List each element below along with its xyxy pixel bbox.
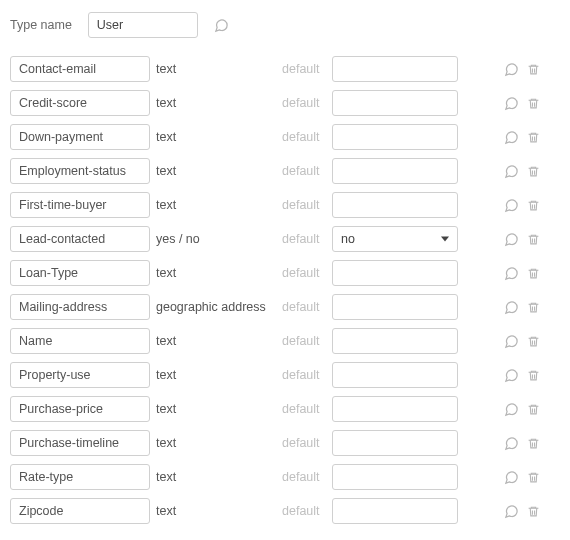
trash-icon[interactable] xyxy=(527,470,540,485)
field-row: First-time-buyertextdefault xyxy=(10,192,560,218)
field-name-input[interactable]: Zipcode xyxy=(10,498,150,524)
comment-icon[interactable] xyxy=(504,198,519,213)
default-value-input[interactable] xyxy=(332,430,458,456)
field-row: Purchase-pricetextdefault xyxy=(10,396,560,422)
trash-icon[interactable] xyxy=(527,266,540,281)
trash-icon[interactable] xyxy=(527,96,540,111)
comment-icon[interactable] xyxy=(504,436,519,451)
field-name-input[interactable]: Rate-type xyxy=(10,464,150,490)
trash-icon[interactable] xyxy=(527,402,540,417)
default-value-input[interactable] xyxy=(332,192,458,218)
field-row: Credit-scoretextdefault xyxy=(10,90,560,116)
default-value-select[interactable]: no xyxy=(332,226,458,252)
comment-icon[interactable] xyxy=(214,18,229,33)
field-type-label[interactable]: text xyxy=(156,266,276,280)
comment-icon[interactable] xyxy=(504,266,519,281)
trash-icon[interactable] xyxy=(527,130,540,145)
field-type-label[interactable]: text xyxy=(156,62,276,76)
field-type-label[interactable]: text xyxy=(156,368,276,382)
field-type-label[interactable]: text xyxy=(156,402,276,416)
default-value-input[interactable] xyxy=(332,56,458,82)
trash-icon[interactable] xyxy=(527,504,540,519)
field-row: Nametextdefault xyxy=(10,328,560,354)
field-type-label[interactable]: text xyxy=(156,334,276,348)
default-label: default xyxy=(282,198,326,212)
field-name-input[interactable]: Contact-email xyxy=(10,56,150,82)
field-actions xyxy=(464,198,560,213)
field-type-label[interactable]: text xyxy=(156,436,276,450)
field-actions xyxy=(464,62,560,77)
field-actions xyxy=(464,232,560,247)
comment-icon[interactable] xyxy=(504,62,519,77)
field-row: Down-paymenttextdefault xyxy=(10,124,560,150)
default-value-input[interactable] xyxy=(332,260,458,286)
field-type-label[interactable]: text xyxy=(156,504,276,518)
default-value-input[interactable] xyxy=(332,498,458,524)
trash-icon[interactable] xyxy=(527,198,540,213)
comment-icon[interactable] xyxy=(504,368,519,383)
field-type-label[interactable]: text xyxy=(156,198,276,212)
field-name-input[interactable]: Employment-status xyxy=(10,158,150,184)
trash-icon[interactable] xyxy=(527,436,540,451)
field-row: Property-usetextdefault xyxy=(10,362,560,388)
field-row: Zipcodetextdefault xyxy=(10,498,560,524)
default-label: default xyxy=(282,402,326,416)
comment-icon[interactable] xyxy=(504,96,519,111)
default-value-input[interactable] xyxy=(332,158,458,184)
field-name-input[interactable]: Mailing-address xyxy=(10,294,150,320)
field-actions xyxy=(464,164,560,179)
default-value-input[interactable] xyxy=(332,396,458,422)
comment-icon[interactable] xyxy=(504,470,519,485)
default-label: default xyxy=(282,436,326,450)
field-type-label[interactable]: text xyxy=(156,164,276,178)
comment-icon[interactable] xyxy=(504,402,519,417)
default-label: default xyxy=(282,504,326,518)
default-label: default xyxy=(282,130,326,144)
comment-icon[interactable] xyxy=(504,504,519,519)
field-row: Rate-typetextdefault xyxy=(10,464,560,490)
field-row: Mailing-addressgeographic addressdefault xyxy=(10,294,560,320)
type-name-label: Type name xyxy=(10,18,72,32)
field-actions xyxy=(464,368,560,383)
field-name-input[interactable]: Purchase-price xyxy=(10,396,150,422)
trash-icon[interactable] xyxy=(527,164,540,179)
default-label: default xyxy=(282,368,326,382)
type-name-input[interactable] xyxy=(88,12,198,38)
field-type-label[interactable]: text xyxy=(156,470,276,484)
field-type-label[interactable]: text xyxy=(156,130,276,144)
field-actions xyxy=(464,504,560,519)
comment-icon[interactable] xyxy=(504,232,519,247)
trash-icon[interactable] xyxy=(527,368,540,383)
field-name-input[interactable]: Credit-score xyxy=(10,90,150,116)
comment-icon[interactable] xyxy=(504,130,519,145)
trash-icon[interactable] xyxy=(527,300,540,315)
default-label: default xyxy=(282,164,326,178)
trash-icon[interactable] xyxy=(527,232,540,247)
comment-icon[interactable] xyxy=(504,164,519,179)
default-value-input[interactable] xyxy=(332,294,458,320)
default-value-input[interactable] xyxy=(332,328,458,354)
field-type-label[interactable]: text xyxy=(156,96,276,110)
field-name-input[interactable]: Name xyxy=(10,328,150,354)
field-name-input[interactable]: Down-payment xyxy=(10,124,150,150)
field-name-input[interactable]: Purchase-timeline xyxy=(10,430,150,456)
trash-icon[interactable] xyxy=(527,62,540,77)
comment-icon[interactable] xyxy=(504,334,519,349)
default-label: default xyxy=(282,334,326,348)
default-label: default xyxy=(282,300,326,314)
default-value-input[interactable] xyxy=(332,124,458,150)
field-name-input[interactable]: Property-use xyxy=(10,362,150,388)
field-type-label[interactable]: geographic address xyxy=(156,300,276,314)
comment-icon[interactable] xyxy=(504,300,519,315)
field-name-input[interactable]: First-time-buyer xyxy=(10,192,150,218)
default-value-input[interactable] xyxy=(332,90,458,116)
default-value-input[interactable] xyxy=(332,362,458,388)
trash-icon[interactable] xyxy=(527,334,540,349)
field-type-label[interactable]: yes / no xyxy=(156,232,276,246)
field-row: Employment-statustextdefault xyxy=(10,158,560,184)
field-name-input[interactable]: Lead-contacted xyxy=(10,226,150,252)
default-value-input[interactable] xyxy=(332,464,458,490)
field-actions xyxy=(464,470,560,485)
field-name-input[interactable]: Loan-Type xyxy=(10,260,150,286)
field-row: Loan-Typetextdefault xyxy=(10,260,560,286)
